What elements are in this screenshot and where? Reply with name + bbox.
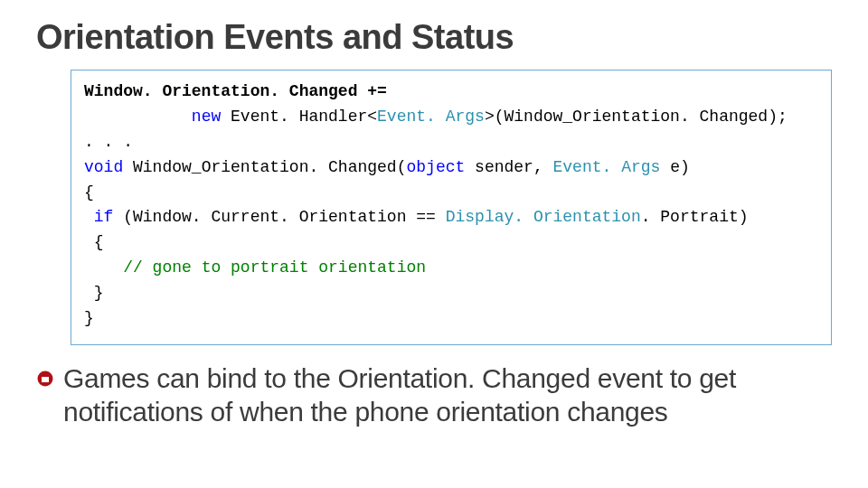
code-line-1: Window. Orientation. Changed += bbox=[84, 82, 387, 100]
code-indent bbox=[84, 108, 192, 126]
code-text: Window_Orientation. Changed( bbox=[123, 158, 406, 176]
code-text: (Window. Current. Orientation == bbox=[113, 208, 445, 226]
code-brace-close: } bbox=[84, 309, 94, 327]
code-keyword-void: void bbox=[84, 158, 123, 176]
code-text: e) bbox=[660, 158, 689, 176]
svg-rect-2 bbox=[42, 375, 49, 377]
code-brace-open: { bbox=[84, 183, 94, 202]
code-comment: // gone to portrait orientation bbox=[123, 258, 426, 277]
bullet-text: Games can bind to the Orientation. Chang… bbox=[63, 361, 832, 429]
code-text: >(Window_Orientation. Changed); bbox=[485, 108, 788, 126]
code-keyword-if: if bbox=[84, 208, 113, 226]
code-text: sender, bbox=[465, 158, 552, 176]
code-brace-close-inner: } bbox=[84, 284, 104, 302]
code-keyword-new: new bbox=[192, 108, 221, 126]
bullet-item: Games can bind to the Orientation. Chang… bbox=[36, 361, 832, 429]
slide-title: Orientation Events and Status bbox=[36, 18, 832, 57]
slide: Orientation Events and Status Window. Or… bbox=[0, 0, 868, 488]
code-text: Event. Handler< bbox=[221, 108, 377, 126]
code-type-display: Display. Orientation bbox=[446, 208, 641, 226]
code-keyword-object: object bbox=[406, 158, 465, 176]
code-ellipsis: . . . bbox=[84, 133, 133, 151]
code-text: . Portrait) bbox=[641, 208, 749, 226]
code-indent bbox=[84, 258, 123, 277]
code-brace-open-inner: { bbox=[84, 233, 104, 251]
bullet-icon bbox=[36, 370, 54, 388]
code-type-eventargs2: Event. Args bbox=[553, 158, 661, 176]
code-type-eventargs: Event. Args bbox=[377, 108, 485, 126]
code-block: Window. Orientation. Changed += new Even… bbox=[71, 70, 832, 345]
